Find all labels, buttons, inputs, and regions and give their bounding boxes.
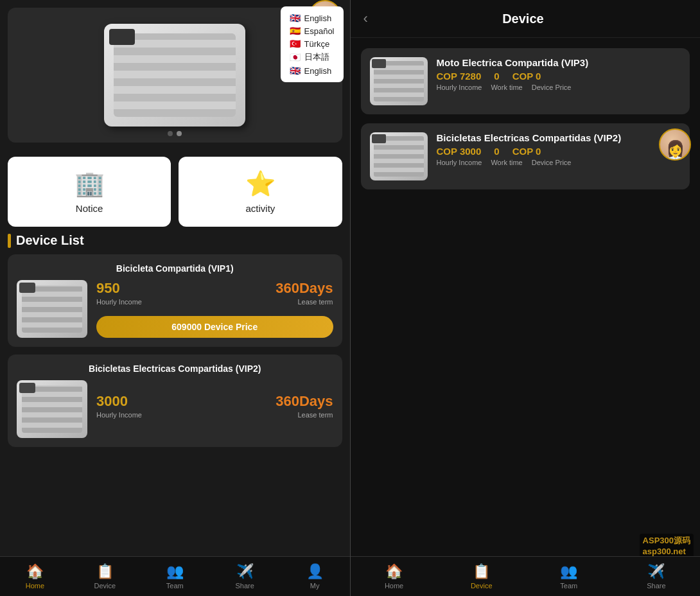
quick-buttons-row: 🏢 Notice ⭐ activity — [8, 157, 342, 227]
right-stat-labels-vip3: Hourly Income Work time Device Price — [437, 83, 681, 91]
lease-term-vip1: 360Days — [276, 280, 333, 297]
right-nav-device-label: Device — [471, 582, 493, 590]
right-device-thumb-vip2 — [370, 132, 428, 180]
watermark-text-1: ASP300源码 — [643, 536, 690, 545]
lease-label-vip2: Lease term — [297, 411, 333, 419]
flag-es: 🇪🇸 — [290, 26, 301, 36]
right-nav-home-label: Home — [385, 582, 403, 590]
language-selector[interactable]: 🇬🇧 English 🇪🇸 Español 🇹🇷 Türkçe 🇯🇵 日本語 🇬… — [281, 6, 344, 82]
activity-label: activity — [245, 203, 275, 214]
lang-label-2: Español — [304, 26, 335, 36]
right-nav-share[interactable]: ✈️ Share — [613, 557, 700, 596]
nav-device-label: Device — [94, 582, 116, 590]
device-thumb-vip1 — [17, 280, 87, 338]
lang-turkish[interactable]: 🇹🇷 Türkçe — [290, 37, 335, 50]
right-team-icon: 👥 — [560, 563, 577, 580]
hero-device-image — [104, 24, 245, 127]
right-device-card-vip2[interactable]: Bicicletas Electricas Compartidas (VIP2)… — [361, 123, 690, 189]
hourly-income-vip2: 3000 — [96, 393, 128, 410]
device-thumb-vip2 — [17, 380, 87, 438]
right-work-label-vip3: Work time — [491, 83, 522, 91]
right-panel-title: Device — [378, 12, 668, 26]
dot-1[interactable] — [168, 131, 173, 136]
right-hourly-label-vip2: Hourly Income — [437, 159, 482, 166]
right-header: ‹ Device — [351, 0, 701, 38]
nav-team[interactable]: 👥 Team — [140, 557, 210, 596]
nav-home[interactable]: 🏠 Home — [0, 557, 70, 596]
right-work-label-vip2: Work time — [491, 159, 522, 166]
right-device-stats-vip2: COP 3000 0 COP 0 — [437, 146, 681, 157]
right-support-avatar[interactable] — [659, 128, 691, 161]
flag-jp: 🇯🇵 — [290, 52, 301, 62]
right-home-icon: 🏠 — [385, 563, 403, 580]
left-bottom-nav: 🏠 Home 📋 Device 👥 Team ✈️ Share 👤 My — [0, 556, 350, 596]
right-stat-labels-vip2: Hourly Income Work time Device Price — [437, 159, 681, 166]
notice-button[interactable]: 🏢 Notice — [8, 157, 171, 227]
right-panel: ‹ Device Moto Electrica Compartida (VIP3… — [351, 0, 701, 596]
device-card-body-vip1: 950 360Days Hourly Income Lease term 609… — [17, 280, 333, 338]
right-device-icon: 📋 — [473, 563, 490, 580]
my-icon: 👤 — [306, 563, 324, 580]
device-card-vip1[interactable]: Bicicleta Compartida (VIP1) 950 360Days … — [8, 254, 342, 347]
stat-row-vip1: 950 360Days — [96, 280, 333, 297]
back-button[interactable]: ‹ — [363, 10, 368, 27]
lang-label-1: English — [304, 13, 332, 23]
right-price-label-vip2: Device Price — [532, 159, 572, 166]
left-panel: 🇬🇧 English 🇪🇸 Español 🇹🇷 Türkçe 🇯🇵 日本語 🇬… — [0, 0, 350, 596]
right-hourly-vip2: COP 3000 — [437, 146, 482, 157]
device-card-title-vip1: Bicicleta Compartida (VIP1) — [17, 263, 333, 274]
watermark: ASP300源码 asp300.net — [640, 534, 694, 557]
right-worktime-vip2: 0 — [494, 146, 499, 157]
section-accent-bar — [8, 234, 11, 248]
lang-label-4: 日本語 — [304, 51, 329, 63]
right-device-name-vip2: Bicicletas Electricas Compartidas (VIP2) — [437, 132, 681, 143]
section-title-text: Device List — [16, 233, 84, 248]
right-device-stats-vip3: COP 7280 0 COP 0 — [437, 71, 681, 82]
lease-label-vip1: Lease term — [297, 298, 333, 306]
hourly-label-vip2: Hourly Income — [96, 411, 142, 419]
lease-term-vip2: 360Days — [276, 393, 333, 410]
nav-my[interactable]: 👤 My — [280, 557, 350, 596]
share-icon: ✈️ — [236, 563, 254, 580]
device-icon: 📋 — [96, 563, 114, 580]
device-card-body-vip2: 3000 360Days Hourly Income Lease term — [17, 380, 333, 438]
right-bottom-nav: 🏠 Home 📋 Device 👥 Team ✈️ Share — [351, 556, 701, 596]
device-card-vip2[interactable]: Bicicletas Electricas Compartidas (VIP2)… — [8, 355, 342, 447]
watermark-text-2: asp300.net — [643, 547, 686, 556]
nav-share-label: Share — [235, 582, 254, 590]
right-nav-home[interactable]: 🏠 Home — [351, 557, 438, 596]
right-hourly-label-vip3: Hourly Income — [437, 83, 482, 91]
team-icon: 👥 — [166, 563, 184, 580]
flag-gb-2: 🇬🇧 — [290, 66, 301, 76]
right-nav-device[interactable]: 📋 Device — [438, 557, 525, 596]
right-nav-team-label: Team — [560, 582, 577, 590]
dot-2[interactable] — [177, 131, 182, 136]
hourly-income-vip1: 950 — [96, 280, 120, 297]
stat-labels-vip2: Hourly Income Lease term — [96, 411, 333, 424]
nav-device[interactable]: 📋 Device — [70, 557, 140, 596]
carousel-dots — [168, 131, 182, 136]
nav-team-label: Team — [166, 582, 184, 590]
lang-english-2[interactable]: 🇬🇧 English — [290, 64, 335, 77]
right-price-label-vip3: Device Price — [532, 83, 572, 91]
device-stats-vip1: 950 360Days Hourly Income Lease term 609… — [96, 280, 333, 338]
device-card-title-vip2: Bicicletas Electricas Compartidas (VIP2) — [17, 364, 333, 374]
activity-button[interactable]: ⭐ activity — [179, 157, 342, 227]
nav-share[interactable]: ✈️ Share — [210, 557, 280, 596]
flag-tr: 🇹🇷 — [290, 39, 301, 49]
price-button-vip1[interactable]: 609000 Device Price — [96, 316, 333, 338]
right-device-card-vip3[interactable]: Moto Electrica Compartida (VIP3) COP 728… — [361, 48, 690, 114]
notice-label: Notice — [76, 203, 103, 214]
lang-english[interactable]: 🇬🇧 English — [290, 12, 335, 24]
stat-row-vip2: 3000 360Days — [96, 393, 333, 410]
right-nav-team[interactable]: 👥 Team — [525, 557, 613, 596]
right-device-info-vip3: Moto Electrica Compartida (VIP3) COP 728… — [437, 57, 681, 91]
lang-espanol[interactable]: 🇪🇸 Español — [290, 24, 335, 37]
hourly-label-vip1: Hourly Income — [96, 298, 142, 306]
section-title-row: Device List — [8, 233, 342, 248]
lang-label-5: English — [304, 66, 332, 76]
right-device-thumb-vip3 — [370, 57, 428, 105]
right-device-name-vip3: Moto Electrica Compartida (VIP3) — [437, 57, 681, 68]
lang-japanese[interactable]: 🇯🇵 日本語 — [290, 50, 335, 64]
lang-label-3: Türkçe — [304, 39, 330, 49]
